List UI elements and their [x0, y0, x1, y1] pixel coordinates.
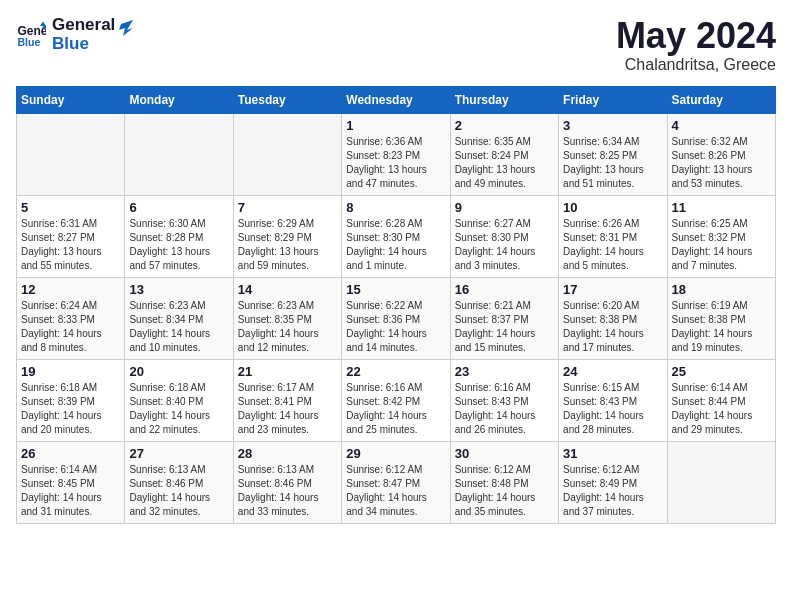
day-number: 18: [672, 282, 771, 297]
calendar-cell: 1Sunrise: 6:36 AMSunset: 8:23 PMDaylight…: [342, 113, 450, 195]
day-info: Sunrise: 6:14 AMSunset: 8:45 PMDaylight:…: [21, 463, 120, 519]
weekday-header-thursday: Thursday: [450, 86, 558, 113]
calendar-cell: 15Sunrise: 6:22 AMSunset: 8:36 PMDayligh…: [342, 277, 450, 359]
calendar-cell: 26Sunrise: 6:14 AMSunset: 8:45 PMDayligh…: [17, 441, 125, 523]
day-info: Sunrise: 6:28 AMSunset: 8:30 PMDaylight:…: [346, 217, 445, 273]
calendar-cell: 23Sunrise: 6:16 AMSunset: 8:43 PMDayligh…: [450, 359, 558, 441]
day-info: Sunrise: 6:21 AMSunset: 8:37 PMDaylight:…: [455, 299, 554, 355]
day-number: 1: [346, 118, 445, 133]
weekday-header-tuesday: Tuesday: [233, 86, 341, 113]
calendar-cell: 2Sunrise: 6:35 AMSunset: 8:24 PMDaylight…: [450, 113, 558, 195]
day-info: Sunrise: 6:18 AMSunset: 8:39 PMDaylight:…: [21, 381, 120, 437]
day-number: 29: [346, 446, 445, 461]
day-info: Sunrise: 6:13 AMSunset: 8:46 PMDaylight:…: [238, 463, 337, 519]
calendar-cell: 3Sunrise: 6:34 AMSunset: 8:25 PMDaylight…: [559, 113, 667, 195]
day-info: Sunrise: 6:26 AMSunset: 8:31 PMDaylight:…: [563, 217, 662, 273]
calendar-cell: 14Sunrise: 6:23 AMSunset: 8:35 PMDayligh…: [233, 277, 341, 359]
day-number: 4: [672, 118, 771, 133]
calendar-cell: [667, 441, 775, 523]
day-info: Sunrise: 6:19 AMSunset: 8:38 PMDaylight:…: [672, 299, 771, 355]
calendar-table: SundayMondayTuesdayWednesdayThursdayFrid…: [16, 86, 776, 524]
day-info: Sunrise: 6:36 AMSunset: 8:23 PMDaylight:…: [346, 135, 445, 191]
day-number: 16: [455, 282, 554, 297]
calendar-cell: [233, 113, 341, 195]
day-info: Sunrise: 6:15 AMSunset: 8:43 PMDaylight:…: [563, 381, 662, 437]
day-number: 17: [563, 282, 662, 297]
day-info: Sunrise: 6:18 AMSunset: 8:40 PMDaylight:…: [129, 381, 228, 437]
calendar-cell: 10Sunrise: 6:26 AMSunset: 8:31 PMDayligh…: [559, 195, 667, 277]
calendar-cell: 5Sunrise: 6:31 AMSunset: 8:27 PMDaylight…: [17, 195, 125, 277]
day-number: 12: [21, 282, 120, 297]
logo-icon: General Blue: [16, 20, 46, 50]
day-number: 22: [346, 364, 445, 379]
day-info: Sunrise: 6:20 AMSunset: 8:38 PMDaylight:…: [563, 299, 662, 355]
calendar-cell: 20Sunrise: 6:18 AMSunset: 8:40 PMDayligh…: [125, 359, 233, 441]
day-info: Sunrise: 6:12 AMSunset: 8:49 PMDaylight:…: [563, 463, 662, 519]
calendar-cell: 28Sunrise: 6:13 AMSunset: 8:46 PMDayligh…: [233, 441, 341, 523]
day-info: Sunrise: 6:13 AMSunset: 8:46 PMDaylight:…: [129, 463, 228, 519]
day-number: 13: [129, 282, 228, 297]
calendar-cell: 21Sunrise: 6:17 AMSunset: 8:41 PMDayligh…: [233, 359, 341, 441]
calendar-week-row: 12Sunrise: 6:24 AMSunset: 8:33 PMDayligh…: [17, 277, 776, 359]
calendar-cell: [17, 113, 125, 195]
day-info: Sunrise: 6:29 AMSunset: 8:29 PMDaylight:…: [238, 217, 337, 273]
calendar-week-row: 26Sunrise: 6:14 AMSunset: 8:45 PMDayligh…: [17, 441, 776, 523]
calendar-week-row: 1Sunrise: 6:36 AMSunset: 8:23 PMDaylight…: [17, 113, 776, 195]
day-info: Sunrise: 6:22 AMSunset: 8:36 PMDaylight:…: [346, 299, 445, 355]
title-block: May 2024 Chalandritsa, Greece: [616, 16, 776, 74]
day-info: Sunrise: 6:32 AMSunset: 8:26 PMDaylight:…: [672, 135, 771, 191]
calendar-cell: 19Sunrise: 6:18 AMSunset: 8:39 PMDayligh…: [17, 359, 125, 441]
weekday-header-wednesday: Wednesday: [342, 86, 450, 113]
weekday-header-monday: Monday: [125, 86, 233, 113]
day-number: 23: [455, 364, 554, 379]
day-info: Sunrise: 6:30 AMSunset: 8:28 PMDaylight:…: [129, 217, 228, 273]
calendar-cell: 29Sunrise: 6:12 AMSunset: 8:47 PMDayligh…: [342, 441, 450, 523]
day-number: 9: [455, 200, 554, 215]
calendar-header-row: SundayMondayTuesdayWednesdayThursdayFrid…: [17, 86, 776, 113]
calendar-cell: 16Sunrise: 6:21 AMSunset: 8:37 PMDayligh…: [450, 277, 558, 359]
day-number: 10: [563, 200, 662, 215]
calendar-cell: 30Sunrise: 6:12 AMSunset: 8:48 PMDayligh…: [450, 441, 558, 523]
day-number: 31: [563, 446, 662, 461]
calendar-cell: 12Sunrise: 6:24 AMSunset: 8:33 PMDayligh…: [17, 277, 125, 359]
weekday-header-saturday: Saturday: [667, 86, 775, 113]
day-number: 8: [346, 200, 445, 215]
day-info: Sunrise: 6:14 AMSunset: 8:44 PMDaylight:…: [672, 381, 771, 437]
calendar-cell: 24Sunrise: 6:15 AMSunset: 8:43 PMDayligh…: [559, 359, 667, 441]
day-info: Sunrise: 6:27 AMSunset: 8:30 PMDaylight:…: [455, 217, 554, 273]
day-info: Sunrise: 6:31 AMSunset: 8:27 PMDaylight:…: [21, 217, 120, 273]
day-info: Sunrise: 6:16 AMSunset: 8:42 PMDaylight:…: [346, 381, 445, 437]
day-number: 6: [129, 200, 228, 215]
day-number: 5: [21, 200, 120, 215]
weekday-header-friday: Friday: [559, 86, 667, 113]
day-number: 28: [238, 446, 337, 461]
page-header: General Blue General Blue May 2024 Chala…: [16, 16, 776, 74]
calendar-cell: 6Sunrise: 6:30 AMSunset: 8:28 PMDaylight…: [125, 195, 233, 277]
calendar-cell: 27Sunrise: 6:13 AMSunset: 8:46 PMDayligh…: [125, 441, 233, 523]
calendar-week-row: 19Sunrise: 6:18 AMSunset: 8:39 PMDayligh…: [17, 359, 776, 441]
day-number: 21: [238, 364, 337, 379]
svg-marker-4: [119, 20, 133, 36]
logo-blue: Blue: [52, 35, 115, 54]
calendar-cell: 13Sunrise: 6:23 AMSunset: 8:34 PMDayligh…: [125, 277, 233, 359]
calendar-cell: 8Sunrise: 6:28 AMSunset: 8:30 PMDaylight…: [342, 195, 450, 277]
day-number: 27: [129, 446, 228, 461]
calendar-cell: 7Sunrise: 6:29 AMSunset: 8:29 PMDaylight…: [233, 195, 341, 277]
day-info: Sunrise: 6:17 AMSunset: 8:41 PMDaylight:…: [238, 381, 337, 437]
day-number: 30: [455, 446, 554, 461]
day-number: 7: [238, 200, 337, 215]
day-info: Sunrise: 6:12 AMSunset: 8:48 PMDaylight:…: [455, 463, 554, 519]
calendar-week-row: 5Sunrise: 6:31 AMSunset: 8:27 PMDaylight…: [17, 195, 776, 277]
calendar-cell: [125, 113, 233, 195]
day-info: Sunrise: 6:23 AMSunset: 8:35 PMDaylight:…: [238, 299, 337, 355]
calendar-cell: 17Sunrise: 6:20 AMSunset: 8:38 PMDayligh…: [559, 277, 667, 359]
calendar-cell: 4Sunrise: 6:32 AMSunset: 8:26 PMDaylight…: [667, 113, 775, 195]
day-number: 14: [238, 282, 337, 297]
logo: General Blue General Blue: [16, 16, 133, 53]
day-info: Sunrise: 6:35 AMSunset: 8:24 PMDaylight:…: [455, 135, 554, 191]
day-number: 3: [563, 118, 662, 133]
day-number: 20: [129, 364, 228, 379]
logo-bird-icon: [111, 20, 133, 42]
calendar-cell: 25Sunrise: 6:14 AMSunset: 8:44 PMDayligh…: [667, 359, 775, 441]
svg-text:Blue: Blue: [18, 35, 41, 47]
